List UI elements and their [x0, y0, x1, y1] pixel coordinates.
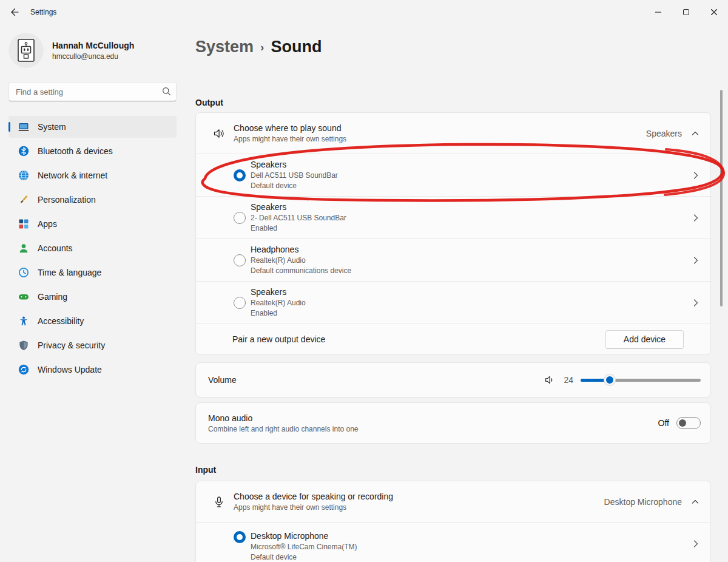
- sidebar-item-accounts[interactable]: Accounts: [8, 237, 177, 259]
- input-header-texts: Choose a device for speaking or recordin…: [234, 492, 393, 512]
- output-header-row[interactable]: Choose where to play sound Apps might ha…: [196, 113, 710, 154]
- pair-device-row: Pair a new output device Add device: [196, 323, 710, 354]
- radio-unselected[interactable]: [234, 254, 246, 266]
- search-box: [8, 82, 177, 101]
- input-header-title: Choose a device for speaking or recordin…: [234, 492, 393, 501]
- chevron-up-icon[interactable]: [691, 129, 699, 138]
- breadcrumb-separator-icon: ›: [260, 34, 264, 59]
- mono-audio-subtitle: Combine left and right audio channels in…: [208, 425, 359, 433]
- account-summary[interactable]: Hannah McCullough hmccullo@unca.edu: [8, 33, 177, 68]
- device-texts: Desktop Microphone Microsoft® LifeCam Ci…: [251, 531, 357, 562]
- device-name: Speakers: [251, 287, 306, 297]
- mono-audio-title: Mono audio: [208, 413, 359, 423]
- radio-selected[interactable]: [234, 169, 246, 181]
- chevron-right-icon: [692, 540, 699, 548]
- sidebar-item-label: System: [38, 122, 66, 132]
- maximize-button[interactable]: [672, 0, 700, 24]
- mono-audio-controls: Off: [658, 417, 701, 429]
- toggle-knob: [679, 419, 686, 427]
- device-name: Speakers: [251, 202, 346, 212]
- chevron-right-icon: [692, 299, 699, 307]
- window-title: Settings: [30, 8, 56, 16]
- input-device-row-desktop-microphone[interactable]: Desktop Microphone Microsoft® LifeCam Ci…: [196, 522, 710, 562]
- volume-value: 24: [562, 375, 573, 385]
- sidebar-item-label: Time & language: [38, 268, 101, 277]
- sidebar: Hannah McCullough hmccullo@unca.edu Syst…: [0, 24, 182, 562]
- search-icon[interactable]: [162, 87, 171, 96]
- sidebar-item-network-internet[interactable]: Network & internet: [8, 164, 177, 186]
- device-name: Desktop Microphone: [251, 531, 357, 541]
- minimize-button[interactable]: [644, 0, 672, 24]
- sidebar-item-privacy-security[interactable]: Privacy & security: [8, 334, 177, 356]
- volume-icon[interactable]: [544, 374, 555, 385]
- back-button[interactable]: [2, 2, 27, 22]
- gaming-icon: [18, 291, 29, 302]
- vertical-scrollbar[interactable]: [720, 90, 723, 306]
- personalization-icon: [18, 194, 29, 205]
- account-name: Hannah McCullough: [52, 41, 134, 50]
- device-status: Default communications device: [251, 266, 351, 276]
- radio-unselected[interactable]: [234, 212, 246, 224]
- sidebar-item-system[interactable]: System: [8, 116, 177, 138]
- sidebar-item-accessibility[interactable]: Accessibility: [8, 310, 177, 332]
- mono-audio-texts: Mono audio Combine left and right audio …: [208, 413, 359, 433]
- device-detail: Dell AC511 USB SoundBar: [251, 171, 338, 180]
- radio-unselected[interactable]: [234, 297, 246, 309]
- radio-selected[interactable]: [234, 531, 246, 543]
- chevron-up-icon[interactable]: [691, 498, 699, 506]
- output-header-texts: Choose where to play sound Apps might ha…: [234, 123, 346, 143]
- chevron-right-icon: [692, 171, 699, 180]
- device-status: Enabled: [251, 224, 346, 233]
- input-section-label: Input: [195, 464, 711, 476]
- windows-update-icon: [18, 364, 29, 375]
- output-device-row-speakers-dell[interactable]: Speakers Dell AC511 USB SoundBar Default…: [196, 154, 710, 196]
- sidebar-item-label: Privacy & security: [38, 340, 105, 350]
- bluetooth-icon: [18, 146, 29, 157]
- sidebar-item-windows-update[interactable]: Windows Update: [8, 359, 177, 381]
- search-input[interactable]: [8, 82, 177, 101]
- close-button[interactable]: [700, 0, 728, 24]
- privacy-security-icon: [18, 340, 29, 351]
- output-device-row-headphones[interactable]: Headphones Realtek(R) Audio Default comm…: [196, 239, 710, 281]
- input-header-subtitle: Apps might have their own settings: [234, 503, 393, 512]
- volume-slider[interactable]: [581, 374, 701, 386]
- device-status: Default device: [251, 181, 338, 191]
- output-device-row-speakers-dell2[interactable]: Speakers 2- Dell AC511 USB SoundBar Enab…: [196, 196, 710, 239]
- minimize-icon: [653, 7, 664, 18]
- page-title: Sound: [271, 35, 322, 58]
- chevron-right-icon: [692, 214, 699, 222]
- add-device-button[interactable]: Add device: [605, 330, 684, 349]
- breadcrumb-parent[interactable]: System: [195, 35, 254, 58]
- account-email: hmccullo@unca.edu: [52, 52, 134, 61]
- sidebar-item-apps[interactable]: Apps: [8, 213, 177, 235]
- device-texts: Speakers Dell AC511 USB SoundBar Default…: [251, 160, 338, 191]
- device-texts: Speakers Realtek(R) Audio Enabled: [251, 287, 306, 318]
- device-detail: 2- Dell AC511 USB SoundBar: [251, 214, 346, 223]
- settings-nav: System Bluetooth & devices Network & int…: [8, 116, 177, 381]
- sidebar-item-gaming[interactable]: Gaming: [8, 286, 177, 308]
- accounts-icon: [18, 243, 29, 254]
- input-header-row[interactable]: Choose a device for speaking or recordin…: [196, 481, 710, 522]
- volume-slider-thumb[interactable]: [604, 374, 615, 385]
- mono-audio-state: Off: [658, 418, 669, 428]
- window-controls: [644, 0, 728, 24]
- output-header-subtitle: Apps might have their own settings: [234, 135, 346, 143]
- chevron-right-icon: [692, 256, 699, 265]
- avatar: [8, 33, 44, 68]
- input-card: Choose a device for speaking or recordin…: [195, 481, 711, 562]
- selected-indicator: [8, 122, 10, 132]
- sidebar-item-time-language[interactable]: Time & language: [8, 262, 177, 283]
- output-device-row-speakers-realtek[interactable]: Speakers Realtek(R) Audio Enabled: [196, 281, 710, 323]
- input-selected-value: Desktop Microphone: [604, 497, 682, 507]
- volume-label: Volume: [208, 375, 237, 385]
- mono-audio-card: Mono audio Combine left and right audio …: [195, 402, 711, 444]
- sidebar-item-label: Bluetooth & devices: [38, 146, 113, 156]
- sidebar-item-label: Personalization: [38, 195, 96, 205]
- sidebar-item-personalization[interactable]: Personalization: [8, 189, 177, 211]
- system-icon: [18, 121, 29, 132]
- device-status: Enabled: [251, 309, 306, 318]
- sidebar-item-label: Accessibility: [38, 316, 84, 326]
- mono-audio-toggle[interactable]: [676, 417, 701, 429]
- sidebar-item-bluetooth-devices[interactable]: Bluetooth & devices: [8, 140, 177, 162]
- back-arrow-icon: [10, 7, 19, 17]
